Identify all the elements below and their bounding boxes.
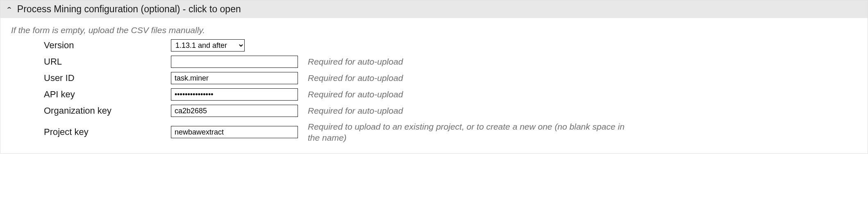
org-key-hint: Required for auto-upload bbox=[306, 105, 630, 116]
version-select[interactable]: 1.13.1 and after bbox=[171, 39, 245, 52]
panel-header[interactable]: ^ Process Mining configuration (optional… bbox=[0, 0, 868, 18]
user-id-label: User ID bbox=[44, 73, 167, 83]
url-label: URL bbox=[44, 56, 167, 67]
user-id-input[interactable] bbox=[171, 72, 298, 84]
version-label: Version bbox=[44, 40, 167, 51]
org-key-label: Organization key bbox=[44, 106, 167, 116]
project-key-label: Project key bbox=[44, 127, 167, 137]
user-id-hint: Required for auto-upload bbox=[306, 72, 630, 83]
url-input[interactable] bbox=[171, 56, 298, 68]
project-key-input[interactable] bbox=[171, 126, 298, 138]
helper-text: If the form is empty, upload the CSV fil… bbox=[11, 25, 857, 35]
panel-body: If the form is empty, upload the CSV fil… bbox=[0, 18, 868, 153]
caret-up-icon: ^ bbox=[7, 6, 11, 12]
config-form: Version 1.13.1 and after URL Required fo… bbox=[11, 39, 857, 144]
api-key-hint: Required for auto-upload bbox=[306, 89, 630, 100]
api-key-label: API key bbox=[44, 89, 167, 100]
process-mining-config-panel: ^ Process Mining configuration (optional… bbox=[0, 0, 868, 154]
url-hint: Required for auto-upload bbox=[306, 56, 630, 67]
project-key-hint: Required to upload to an existing projec… bbox=[306, 121, 630, 144]
org-key-input[interactable] bbox=[171, 105, 298, 117]
panel-title: Process Mining configuration (optional) … bbox=[17, 4, 241, 15]
api-key-input[interactable] bbox=[171, 88, 298, 101]
